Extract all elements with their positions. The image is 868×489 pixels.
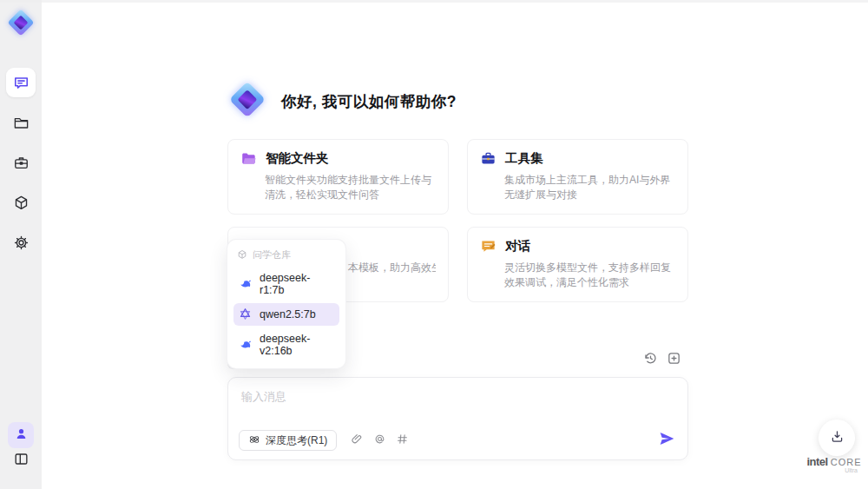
download-icon <box>830 429 845 447</box>
message-input[interactable]: 输入消息 <box>241 389 286 405</box>
model-option-qwen[interactable]: qwen2.5:7b <box>233 303 339 326</box>
send-icon <box>658 430 675 451</box>
deepseek-icon <box>239 277 253 291</box>
card-desc: 智能文件夹功能支持批量文件上传与清洗，轻松实现文件问答 <box>265 173 436 203</box>
briefcase-icon <box>13 155 30 171</box>
sidebar-item-folders[interactable] <box>6 108 36 137</box>
intel-core-logo: intel CORE Ultra <box>806 455 863 473</box>
download-button[interactable] <box>819 420 855 456</box>
sidebar <box>0 0 42 489</box>
sidebar-item-settings[interactable] <box>6 228 36 257</box>
deep-think-label: 深度思考(R1) <box>266 433 327 448</box>
send-button[interactable] <box>658 430 675 451</box>
greeting-title: 你好, 我可以如何帮助你? <box>281 82 457 122</box>
model-option-label: deepseek-r1:7b <box>260 272 334 296</box>
toolbox-icon <box>480 150 496 167</box>
new-chat-icon <box>667 351 681 369</box>
chat-icon <box>13 75 30 91</box>
sidebar-item-account[interactable] <box>8 422 34 448</box>
mention-button[interactable] <box>373 433 386 449</box>
model-dropdown: 问学仓库 deepseek-r1:7b qwen2.5:7b deepseek-… <box>227 240 345 368</box>
smart-folder-icon <box>240 150 257 167</box>
greeting-logo <box>227 81 267 121</box>
model-dropdown-header: 问学仓库 <box>233 246 339 268</box>
model-option-label: deepseek-v2:16b <box>260 333 334 357</box>
paperclip-icon <box>351 433 364 449</box>
atom-icon <box>248 433 260 448</box>
deepseek-icon <box>239 338 253 352</box>
history-button[interactable] <box>643 351 658 369</box>
card-toolbox[interactable]: 工具集 集成市场上主流工具，助力AI与外界无缝扩展与对接 <box>467 139 688 215</box>
card-title: 工具集 <box>505 150 543 167</box>
composer: 输入消息 深度思考(R1) <box>227 377 688 460</box>
gear-icon <box>13 235 30 251</box>
qwen-icon <box>239 307 253 321</box>
dialog-icon <box>480 238 496 254</box>
card-desc: 集成市场上主流工具，助力AI与外界无缝扩展与对接 <box>504 173 675 203</box>
card-desc: 灵活切换多模型文件，支持多样回复效果调试，满足个性化需求 <box>504 261 675 291</box>
hash-button[interactable] <box>396 433 409 449</box>
sidebar-item-models[interactable] <box>6 188 36 217</box>
top-divider <box>0 0 868 3</box>
app-logo <box>6 9 36 38</box>
card-title: 智能文件夹 <box>266 150 329 167</box>
at-icon <box>373 433 386 449</box>
model-option-deepseek-r1[interactable]: deepseek-r1:7b <box>233 268 339 301</box>
new-chat-button[interactable] <box>667 351 681 369</box>
deep-think-toggle[interactable]: 深度思考(R1) <box>239 430 337 451</box>
hash-icon <box>396 433 409 449</box>
model-option-label: qwen2.5:7b <box>260 308 316 320</box>
user-icon <box>14 426 29 445</box>
card-title: 对话 <box>505 238 530 254</box>
card-smart-folder[interactable]: 智能文件夹 智能文件夹功能支持批量文件上传与清洗，轻松实现文件问答 <box>227 139 449 215</box>
attach-button[interactable] <box>351 433 364 449</box>
sidebar-item-toolbox[interactable] <box>6 148 36 177</box>
card-dialog[interactable]: 对话 灵活切换多模型文件，支持多样回复效果调试，满足个性化需求 <box>467 227 688 302</box>
panel-toggle-icon <box>13 451 30 471</box>
sidebar-item-chat[interactable] <box>6 68 36 97</box>
model-option-deepseek-v2[interactable]: deepseek-v2:16b <box>233 328 339 361</box>
repo-icon <box>237 249 247 261</box>
folder-icon <box>13 115 30 131</box>
sidebar-item-panel[interactable] <box>10 450 31 471</box>
cube-icon <box>13 195 30 211</box>
history-icon <box>643 351 658 369</box>
